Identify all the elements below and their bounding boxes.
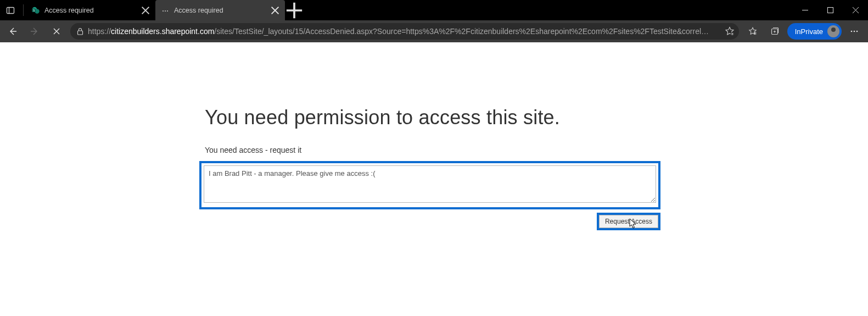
forward-button[interactable] bbox=[24, 23, 45, 40]
stop-reload-button[interactable] bbox=[46, 23, 67, 40]
forward-arrow-icon bbox=[30, 27, 39, 36]
page-heading: You need permission to access this site. bbox=[205, 106, 660, 129]
url-protocol: https:// bbox=[88, 27, 111, 36]
svg-point-14 bbox=[854, 31, 855, 32]
url-text: https://citizenbuilders.sharepoint.com/s… bbox=[88, 27, 721, 36]
access-denied-panel: You need permission to access this site.… bbox=[205, 106, 660, 230]
tab-1-title: Access required bbox=[174, 7, 266, 14]
maximize-button[interactable] bbox=[817, 0, 843, 20]
minimize-button[interactable] bbox=[792, 0, 817, 20]
titlebar: S Access required Access required bbox=[0, 0, 868, 20]
toolbar: https://citizenbuilders.sharepoint.com/s… bbox=[0, 20, 868, 42]
svg-point-7 bbox=[165, 10, 166, 12]
svg-point-8 bbox=[167, 10, 168, 12]
tab-0-close-button[interactable] bbox=[141, 6, 150, 15]
svg-point-13 bbox=[851, 31, 853, 32]
lock-icon bbox=[76, 27, 85, 36]
request-access-button[interactable]: Request Access bbox=[599, 215, 658, 228]
collections-icon bbox=[770, 27, 779, 36]
inprivate-indicator[interactable]: InPrivate bbox=[787, 23, 842, 40]
close-icon bbox=[271, 6, 279, 15]
svg-rect-0 bbox=[7, 7, 14, 13]
back-button[interactable] bbox=[2, 23, 23, 40]
svg-point-6 bbox=[163, 10, 164, 12]
svg-rect-10 bbox=[78, 31, 83, 35]
divider bbox=[23, 4, 24, 16]
sharepoint-icon: S bbox=[31, 6, 40, 15]
address-bar[interactable]: https://citizenbuilders.sharepoint.com/s… bbox=[70, 23, 739, 40]
profile-avatar bbox=[827, 25, 839, 37]
page-icon bbox=[161, 6, 170, 15]
maximize-icon bbox=[827, 7, 833, 13]
close-icon bbox=[853, 7, 859, 13]
close-window-button[interactable] bbox=[843, 0, 868, 20]
page-subtext: You need access - request it bbox=[205, 146, 660, 154]
tab-1-close-button[interactable] bbox=[271, 6, 279, 15]
access-request-message-input[interactable] bbox=[204, 165, 656, 203]
site-info-button[interactable] bbox=[76, 27, 85, 36]
collections-button[interactable] bbox=[764, 23, 785, 40]
new-tab-button[interactable] bbox=[285, 0, 304, 20]
close-icon bbox=[141, 6, 150, 15]
tab-0-title: Access required bbox=[44, 7, 137, 14]
more-button[interactable] bbox=[844, 23, 865, 40]
minimize-icon bbox=[802, 7, 808, 13]
tab-0[interactable]: S Access required bbox=[26, 0, 155, 20]
page-body: You need permission to access this site.… bbox=[0, 42, 868, 316]
inprivate-label: InPrivate bbox=[795, 27, 823, 36]
tab-strip: S Access required Access required bbox=[26, 0, 304, 20]
tab-1[interactable]: Access required bbox=[155, 0, 285, 20]
request-button-highlight: Request Access bbox=[597, 213, 660, 230]
svg-point-15 bbox=[856, 31, 858, 32]
url-path: /sites/TestSite/_layouts/15/AccessDenied… bbox=[214, 27, 709, 36]
tab-actions-icon bbox=[6, 6, 15, 15]
plus-icon bbox=[285, 1, 304, 20]
favorites-star-icon bbox=[748, 27, 757, 36]
stop-icon bbox=[52, 27, 61, 36]
favorites-button[interactable] bbox=[742, 23, 763, 40]
message-textarea-highlight bbox=[199, 161, 660, 209]
ellipsis-icon bbox=[850, 27, 859, 36]
back-arrow-icon bbox=[8, 27, 17, 36]
star-plus-icon bbox=[725, 26, 735, 36]
window-controls bbox=[792, 0, 868, 20]
url-host: citizenbuilders.sharepoint.com bbox=[111, 27, 214, 36]
svg-rect-9 bbox=[827, 8, 833, 13]
svg-text:S: S bbox=[33, 8, 35, 12]
tab-actions-button[interactable] bbox=[0, 0, 21, 20]
favorite-button[interactable] bbox=[725, 26, 735, 36]
